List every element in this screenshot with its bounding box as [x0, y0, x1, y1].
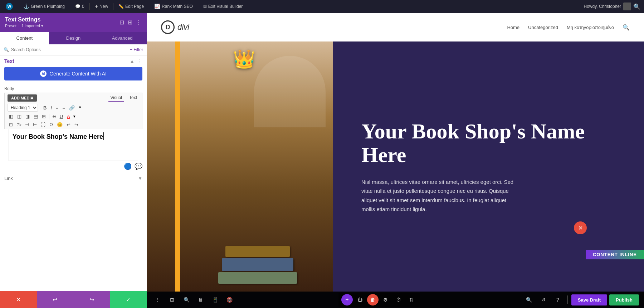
search-options-input[interactable] — [11, 47, 128, 52]
ol-button[interactable]: ≡ — [61, 104, 67, 111]
builder-responsive-icon[interactable]: 🖥 — [195, 294, 207, 306]
builder-zoom-icon[interactable]: 🔍 — [523, 294, 535, 306]
builder-tablet-icon[interactable]: 📱 — [209, 294, 221, 306]
nav-link-uncategorized[interactable]: Uncategorized — [528, 25, 558, 30]
add-media-button[interactable]: ADD MEDIA — [8, 94, 37, 102]
tab-advanced[interactable]: Advanced — [98, 32, 147, 44]
separator-1 — [18, 3, 18, 10]
strikethrough-button[interactable]: S — [51, 113, 57, 120]
paste-text-button[interactable]: ⊡ — [8, 121, 14, 128]
section-collapse-icon[interactable]: ▲ — [130, 58, 135, 64]
align-center-button[interactable]: ◫ — [16, 113, 23, 120]
module-settings-icon[interactable]: ⚙ — [380, 294, 391, 305]
user-avatar[interactable] — [623, 3, 631, 10]
logo-text: divi — [177, 23, 189, 32]
chat-bubble-icon[interactable]: 💬 — [135, 162, 142, 170]
topbar-search-icon[interactable]: 🔍 — [633, 3, 640, 10]
panel-tabs: Content Design Advanced — [0, 32, 147, 44]
redo-editor-button[interactable]: ↪ — [73, 121, 80, 128]
wp-logo[interactable]: W — [4, 0, 15, 13]
nav-search-icon[interactable]: 🔍 — [623, 24, 630, 31]
center-action-bar: + ⏻ 🗑 ⚙ ⏱ ⇅ — [338, 293, 420, 307]
bold-button[interactable]: B — [42, 104, 48, 111]
person-silhouette — [254, 56, 326, 127]
editor-container: ADD MEDIA Visual Text Heading 1 B I ≡ ≡ — [4, 93, 142, 172]
undo-button[interactable]: ↩ — [37, 291, 74, 308]
section-title: Text — [4, 58, 14, 64]
green-dot-icon: 🔵 — [124, 162, 132, 170]
panel-grid-icon[interactable]: ⊞ — [128, 19, 132, 26]
app-wrapper: W ⚓ Green's Plumbing 💬 0 + New ✏️ Edit P… — [0, 0, 644, 308]
outdent-button[interactable]: ⊢ — [31, 121, 38, 128]
comments-item[interactable]: 💬 0 — [73, 0, 87, 13]
link-button[interactable]: 🔗 — [68, 104, 76, 111]
editor-tab-text[interactable]: Text — [127, 94, 139, 102]
heading-select[interactable]: Heading 1 — [8, 104, 38, 112]
separator-3 — [89, 3, 90, 10]
section-more-icon[interactable]: ⋮ — [137, 58, 142, 64]
publish-button[interactable]: Publish — [609, 294, 639, 305]
tab-design[interactable]: Design — [49, 32, 98, 44]
add-module-button[interactable]: + — [341, 294, 353, 305]
site-name-item[interactable]: ⚓ Green's Plumbing — [21, 0, 67, 13]
quote-button[interactable]: ❝ — [77, 104, 83, 111]
rank-math-item[interactable]: 📈 Rank Math SEO — [152, 0, 195, 13]
cancel-button[interactable]: ✕ — [0, 291, 37, 308]
align-right-button[interactable]: ◨ — [24, 113, 31, 120]
edit-page-item[interactable]: ✏️ Edit Page — [116, 0, 146, 13]
table-button[interactable]: ⊞ — [40, 113, 47, 120]
color-button[interactable]: A — [65, 113, 72, 120]
panel-expand-icon[interactable]: ⊡ — [119, 19, 124, 26]
undo-editor-button[interactable]: ↩ — [65, 121, 72, 128]
align-left-button[interactable]: ◧ — [8, 113, 15, 120]
panel-title: Text Settings — [5, 16, 43, 23]
books-visual — [182, 129, 333, 292]
new-item[interactable]: + New — [93, 0, 110, 13]
exit-builder-item[interactable]: ⊠ Exit Visual Builder — [201, 0, 245, 13]
comments-count: 0 — [82, 4, 84, 9]
book-3 — [218, 272, 297, 284]
builder-settings-icon[interactable]: ⋮ — [152, 294, 164, 306]
module-sort-icon[interactable]: ⇅ — [406, 294, 417, 305]
special-char-button[interactable]: Ω — [48, 121, 54, 128]
link-section[interactable]: Link ▼ — [0, 172, 147, 185]
hero-section: 👑 — [147, 41, 644, 292]
new-label: New — [99, 4, 108, 9]
ai-button-label: Generate Content With AI — [49, 71, 107, 77]
builder-mobile-icon[interactable]: 📵 — [223, 294, 235, 306]
italic-button[interactable]: I — [49, 104, 53, 111]
nav-link-home[interactable]: Home — [507, 25, 519, 30]
text-editor-area[interactable]: Your Book Shop's Name Here — [9, 129, 138, 161]
panel-more-icon[interactable]: ⋮ — [136, 19, 142, 26]
underline-button[interactable]: U — [58, 113, 64, 120]
generate-ai-button[interactable]: AI Generate Content With AI — [4, 67, 142, 80]
ul-button[interactable]: ≡ — [54, 104, 60, 111]
indent-button[interactable]: ⊣ — [24, 121, 30, 128]
panel-preset[interactable]: Preset: H1 imported ▾ — [5, 24, 43, 28]
close-float-button[interactable]: ✕ — [574, 221, 587, 234]
save-draft-button[interactable]: Save Draft — [571, 294, 607, 305]
nav-link-greek[interactable]: Μη κατηγοριοποιημένο — [567, 25, 614, 30]
hero-image-area: 👑 — [147, 41, 333, 292]
fullscreen-button[interactable]: ⛶ — [39, 121, 47, 128]
panel-header: Text Settings Preset: H1 imported ▾ ⊡ ⊞ … — [0, 13, 147, 32]
emoji-button[interactable]: 😊 — [55, 121, 64, 128]
builder-help-icon[interactable]: ? — [552, 294, 564, 306]
tab-content[interactable]: Content — [0, 32, 49, 44]
align-justify-button[interactable]: ▤ — [32, 113, 39, 120]
builder-pages-icon[interactable]: ⊞ — [166, 294, 178, 306]
filter-button[interactable]: + Filter — [130, 47, 143, 52]
power-icon[interactable]: ⏻ — [354, 294, 366, 305]
builder-undo-icon[interactable]: ↺ — [537, 294, 550, 306]
builder-search-icon[interactable]: 🔍 — [180, 294, 192, 306]
delete-module-button[interactable]: 🗑 — [367, 294, 379, 305]
confirm-button[interactable]: ✓ — [110, 291, 147, 308]
module-timer-icon[interactable]: ⏱ — [393, 294, 404, 305]
top-bar: W ⚓ Green's Plumbing 💬 0 + New ✏️ Edit P… — [0, 0, 644, 13]
format-button[interactable]: Tx — [15, 122, 23, 128]
editor-tab-visual[interactable]: Visual — [108, 94, 124, 102]
site-nav: D divi Home Uncategorized Μη κατηγοριοπο… — [147, 13, 644, 41]
redo-button[interactable]: ↪ — [73, 291, 110, 308]
nav-links: Home Uncategorized Μη κατηγοριοποιημένο … — [507, 24, 630, 31]
panel-header-icons: ⊡ ⊞ ⋮ — [119, 19, 142, 26]
